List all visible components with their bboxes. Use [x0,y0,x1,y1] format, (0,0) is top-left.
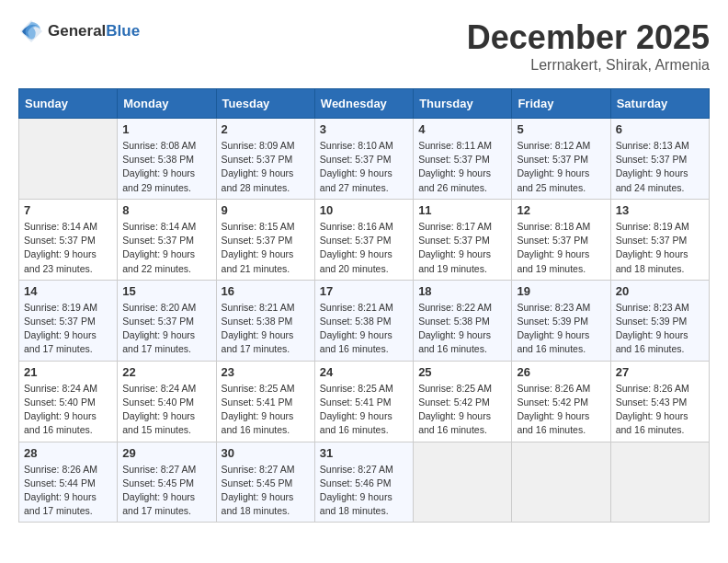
calendar-week-row: 1Sunrise: 8:08 AM Sunset: 5:38 PM Daylig… [19,119,710,200]
day-number: 9 [222,203,310,217]
cell-info: Sunrise: 8:21 AM Sunset: 5:38 PM Dayligh… [320,301,408,357]
day-number: 24 [320,365,408,379]
day-number: 21 [24,365,112,379]
day-number: 1 [122,122,210,136]
title-area: December 2025 Lerrnakert, Shirak, Armeni… [467,18,710,74]
calendar-table: SundayMondayTuesdayWednesdayThursdayFrid… [18,88,710,523]
cell-info: Sunrise: 8:23 AM Sunset: 5:39 PM Dayligh… [517,301,605,357]
cell-info: Sunrise: 8:26 AM Sunset: 5:42 PM Dayligh… [517,382,605,438]
cell-info: Sunrise: 8:25 AM Sunset: 5:41 PM Dayligh… [222,382,310,438]
calendar-cell: 23Sunrise: 8:25 AM Sunset: 5:41 PM Dayli… [216,361,314,442]
weekday-header-thursday: Thursday [414,89,512,119]
day-number: 16 [222,284,310,298]
calendar-cell: 31Sunrise: 8:27 AM Sunset: 5:46 PM Dayli… [314,442,413,523]
calendar-cell: 24Sunrise: 8:25 AM Sunset: 5:41 PM Dayli… [314,361,413,442]
day-number: 6 [616,122,704,136]
cell-info: Sunrise: 8:09 AM Sunset: 5:37 PM Dayligh… [222,139,310,195]
calendar-cell: 4Sunrise: 8:11 AM Sunset: 5:37 PM Daylig… [414,119,512,200]
cell-info: Sunrise: 8:25 AM Sunset: 5:42 PM Dayligh… [418,382,506,438]
calendar-cell: 30Sunrise: 8:27 AM Sunset: 5:45 PM Dayli… [216,442,314,523]
calendar-cell: 28Sunrise: 8:26 AM Sunset: 5:44 PM Dayli… [19,442,118,523]
day-number: 27 [616,365,704,379]
day-number: 5 [517,122,605,136]
calendar-cell: 18Sunrise: 8:22 AM Sunset: 5:38 PM Dayli… [414,280,512,361]
calendar-cell [512,442,610,523]
weekday-header-row: SundayMondayTuesdayWednesdayThursdayFrid… [19,89,710,119]
day-number: 10 [320,203,408,217]
day-number: 13 [616,203,704,217]
calendar-cell: 7Sunrise: 8:14 AM Sunset: 5:37 PM Daylig… [19,199,118,280]
calendar-cell: 25Sunrise: 8:25 AM Sunset: 5:42 PM Dayli… [414,361,512,442]
cell-info: Sunrise: 8:16 AM Sunset: 5:37 PM Dayligh… [320,220,408,276]
day-number: 7 [24,203,112,217]
calendar-week-row: 21Sunrise: 8:24 AM Sunset: 5:40 PM Dayli… [19,361,710,442]
day-number: 28 [24,446,112,460]
calendar-cell: 16Sunrise: 8:21 AM Sunset: 5:38 PM Dayli… [216,280,314,361]
calendar-cell: 22Sunrise: 8:24 AM Sunset: 5:40 PM Dayli… [118,361,216,442]
cell-info: Sunrise: 8:19 AM Sunset: 5:37 PM Dayligh… [616,220,704,276]
day-number: 23 [222,365,310,379]
calendar-cell: 3Sunrise: 8:10 AM Sunset: 5:37 PM Daylig… [314,119,413,200]
day-number: 8 [122,203,210,217]
calendar-cell [414,442,512,523]
logo-icon [18,18,44,44]
cell-info: Sunrise: 8:12 AM Sunset: 5:37 PM Dayligh… [517,139,605,195]
calendar-cell: 19Sunrise: 8:23 AM Sunset: 5:39 PM Dayli… [512,280,610,361]
calendar-cell: 13Sunrise: 8:19 AM Sunset: 5:37 PM Dayli… [610,199,709,280]
day-number: 18 [418,284,506,298]
day-number: 19 [517,284,605,298]
calendar-cell: 29Sunrise: 8:27 AM Sunset: 5:45 PM Dayli… [118,442,216,523]
logo-blue: Blue [106,22,140,40]
calendar-cell: 6Sunrise: 8:13 AM Sunset: 5:37 PM Daylig… [610,119,709,200]
cell-info: Sunrise: 8:14 AM Sunset: 5:37 PM Dayligh… [24,220,112,276]
calendar-cell: 1Sunrise: 8:08 AM Sunset: 5:38 PM Daylig… [118,119,216,200]
calendar-cell: 21Sunrise: 8:24 AM Sunset: 5:40 PM Dayli… [19,361,118,442]
month-title: December 2025 [467,18,710,57]
day-number: 30 [222,446,310,460]
page-header: GeneralBlue December 2025 Lerrnakert, Sh… [18,18,710,74]
calendar-cell: 14Sunrise: 8:19 AM Sunset: 5:37 PM Dayli… [19,280,118,361]
day-number: 31 [320,446,408,460]
logo: GeneralBlue [18,18,140,44]
cell-info: Sunrise: 8:24 AM Sunset: 5:40 PM Dayligh… [122,382,210,438]
calendar-cell: 20Sunrise: 8:23 AM Sunset: 5:39 PM Dayli… [610,280,709,361]
cell-info: Sunrise: 8:13 AM Sunset: 5:37 PM Dayligh… [616,139,704,195]
calendar-cell: 9Sunrise: 8:15 AM Sunset: 5:37 PM Daylig… [216,199,314,280]
cell-info: Sunrise: 8:27 AM Sunset: 5:45 PM Dayligh… [222,463,310,519]
calendar-cell: 15Sunrise: 8:20 AM Sunset: 5:37 PM Dayli… [118,280,216,361]
calendar-cell [610,442,709,523]
day-number: 15 [122,284,210,298]
calendar-week-row: 7Sunrise: 8:14 AM Sunset: 5:37 PM Daylig… [19,199,710,280]
cell-info: Sunrise: 8:14 AM Sunset: 5:37 PM Dayligh… [122,220,210,276]
cell-info: Sunrise: 8:15 AM Sunset: 5:37 PM Dayligh… [222,220,310,276]
cell-info: Sunrise: 8:21 AM Sunset: 5:38 PM Dayligh… [222,301,310,357]
cell-info: Sunrise: 8:23 AM Sunset: 5:39 PM Dayligh… [616,301,704,357]
cell-info: Sunrise: 8:20 AM Sunset: 5:37 PM Dayligh… [122,301,210,357]
day-number: 12 [517,203,605,217]
day-number: 3 [320,122,408,136]
weekday-header-tuesday: Tuesday [216,89,314,119]
cell-info: Sunrise: 8:25 AM Sunset: 5:41 PM Dayligh… [320,382,408,438]
day-number: 17 [320,284,408,298]
day-number: 22 [122,365,210,379]
calendar-cell: 2Sunrise: 8:09 AM Sunset: 5:37 PM Daylig… [216,119,314,200]
calendar-cell: 5Sunrise: 8:12 AM Sunset: 5:37 PM Daylig… [512,119,610,200]
day-number: 2 [222,122,310,136]
cell-info: Sunrise: 8:08 AM Sunset: 5:38 PM Dayligh… [122,139,210,195]
cell-info: Sunrise: 8:19 AM Sunset: 5:37 PM Dayligh… [24,301,112,357]
cell-info: Sunrise: 8:24 AM Sunset: 5:40 PM Dayligh… [24,382,112,438]
cell-info: Sunrise: 8:27 AM Sunset: 5:46 PM Dayligh… [320,463,408,519]
calendar-cell: 27Sunrise: 8:26 AM Sunset: 5:43 PM Dayli… [610,361,709,442]
day-number: 26 [517,365,605,379]
calendar-cell: 8Sunrise: 8:14 AM Sunset: 5:37 PM Daylig… [118,199,216,280]
calendar-cell: 10Sunrise: 8:16 AM Sunset: 5:37 PM Dayli… [314,199,413,280]
weekday-header-wednesday: Wednesday [314,89,413,119]
location-title: Lerrnakert, Shirak, Armenia [467,57,710,74]
cell-info: Sunrise: 8:27 AM Sunset: 5:45 PM Dayligh… [122,463,210,519]
day-number: 11 [418,203,506,217]
calendar-week-row: 14Sunrise: 8:19 AM Sunset: 5:37 PM Dayli… [19,280,710,361]
calendar-week-row: 28Sunrise: 8:26 AM Sunset: 5:44 PM Dayli… [19,442,710,523]
cell-info: Sunrise: 8:18 AM Sunset: 5:37 PM Dayligh… [517,220,605,276]
calendar-cell: 12Sunrise: 8:18 AM Sunset: 5:37 PM Dayli… [512,199,610,280]
cell-info: Sunrise: 8:17 AM Sunset: 5:37 PM Dayligh… [418,220,506,276]
